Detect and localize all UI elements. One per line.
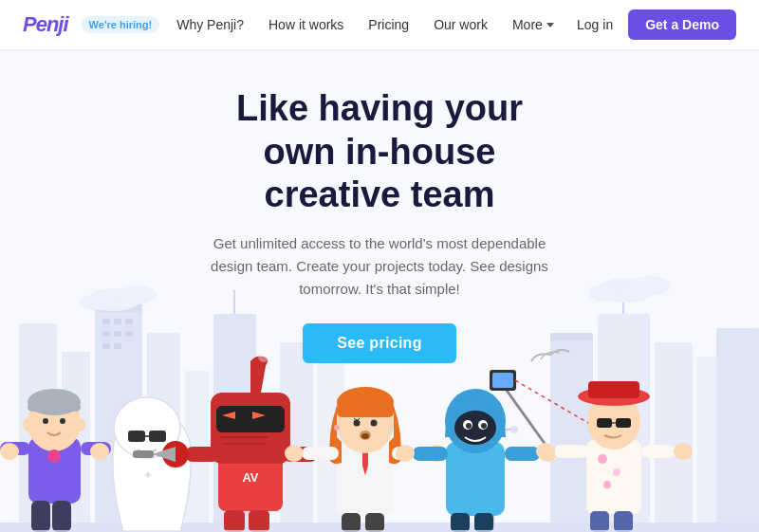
demo-button[interactable]: Get a Demo: [628, 9, 736, 40]
chevron-down-icon: [546, 23, 554, 28]
hero-section: Like having your own in-house creative t…: [0, 49, 759, 532]
svg-rect-103: [586, 440, 641, 514]
svg-point-78: [371, 420, 378, 427]
svg-point-43: [76, 418, 85, 431]
svg-rect-88: [342, 513, 361, 532]
svg-point-48: [90, 443, 109, 460]
svg-point-41: [60, 418, 65, 424]
svg-rect-58: [216, 406, 285, 432]
svg-point-44: [47, 449, 61, 463]
svg-point-40: [43, 418, 48, 424]
svg-rect-122: [614, 511, 633, 532]
svg-point-86: [285, 445, 304, 462]
navigation: Penji We're hiring! Why Penji? How it wo…: [0, 0, 759, 49]
svg-point-83: [334, 425, 340, 431]
svg-point-104: [598, 454, 607, 464]
svg-rect-53: [149, 431, 166, 442]
svg-text:AV: AV: [242, 470, 258, 485]
svg-rect-84: [302, 447, 339, 460]
svg-point-96: [481, 423, 487, 429]
svg-rect-76: [337, 402, 394, 417]
svg-point-119: [536, 443, 555, 460]
svg-rect-114: [641, 445, 676, 458]
svg-text:✦: ✦: [142, 468, 154, 483]
svg-rect-117: [492, 373, 513, 388]
login-link[interactable]: Log in: [577, 17, 613, 32]
svg-rect-102: [474, 513, 493, 532]
svg-rect-64: [185, 447, 220, 462]
character-6: [490, 350, 693, 532]
svg-rect-50: [52, 501, 71, 532]
nav-right: Log in Get a Demo: [577, 9, 736, 40]
logo[interactable]: Penji: [23, 12, 68, 37]
svg-point-92: [454, 411, 496, 445]
characters-illustration: ✦: [0, 290, 759, 532]
hiring-badge: We're hiring!: [82, 16, 160, 33]
svg-rect-49: [31, 501, 50, 532]
svg-rect-89: [365, 513, 384, 532]
svg-rect-111: [616, 418, 631, 428]
nav-why-penji[interactable]: Why Penji?: [176, 17, 244, 32]
svg-point-82: [361, 433, 369, 439]
svg-rect-109: [588, 381, 639, 398]
svg-point-42: [23, 418, 32, 431]
svg-point-106: [603, 481, 611, 488]
svg-rect-101: [451, 513, 470, 532]
svg-rect-98: [505, 447, 540, 461]
svg-point-120: [674, 443, 693, 460]
svg-point-63: [258, 351, 269, 362]
svg-rect-110: [597, 418, 612, 428]
svg-rect-69: [224, 510, 245, 532]
svg-point-99: [396, 445, 415, 462]
nav-our-work[interactable]: Our work: [434, 17, 488, 32]
svg-line-115: [503, 385, 550, 451]
svg-point-77: [354, 420, 361, 427]
nav-pricing[interactable]: Pricing: [368, 17, 409, 32]
svg-rect-52: [128, 431, 145, 442]
svg-point-47: [0, 443, 19, 460]
nav-more[interactable]: More: [512, 17, 554, 32]
hero-title: Like having your own in-house creative t…: [0, 87, 759, 217]
svg-point-95: [466, 423, 472, 429]
svg-rect-97: [413, 447, 448, 461]
nav-links: Why Penji? How it works Pricing Our work…: [176, 17, 577, 32]
svg-rect-113: [554, 445, 588, 458]
svg-rect-39: [28, 402, 81, 412]
svg-rect-70: [249, 510, 269, 532]
svg-rect-121: [590, 511, 609, 532]
svg-point-105: [613, 468, 620, 476]
character-5: [396, 389, 557, 532]
nav-how-it-works[interactable]: How it works: [268, 17, 343, 32]
svg-rect-68: [133, 450, 154, 458]
character-1: [0, 389, 111, 532]
